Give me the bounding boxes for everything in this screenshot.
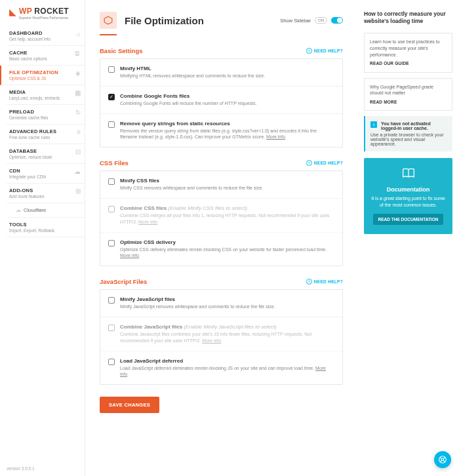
read-more-link: READ MORE: [370, 99, 447, 105]
need-help-link[interactable]: ?NEED HELP?: [306, 279, 343, 285]
sidebar-item-cdn[interactable]: CDNIntegrate your CDN☁: [7, 164, 85, 184]
save-button[interactable]: SAVE CHANGES: [100, 397, 159, 413]
documentation-card: Documentation It is a great starting poi…: [364, 158, 452, 234]
sidebar-item-database[interactable]: DATABASEOptimize, reduce bloat⊟: [7, 144, 85, 164]
toggle-switch: [331, 17, 343, 24]
nav-icon: ⊟: [75, 148, 81, 155]
sidebar-item-tools[interactable]: TOOLSImport, Export, Rollback: [7, 218, 85, 237]
more-info-link[interactable]: More info: [120, 253, 139, 258]
svg-point-2: [441, 458, 444, 461]
opt-combine-css: Combine CSS files (Enable Minify CSS fil…: [100, 199, 342, 233]
nav-icon: ☁: [74, 168, 81, 175]
help-icon: ?: [306, 48, 312, 54]
opt-combine-fonts[interactable]: ✓Combine Google Fonts filesCombining Goo…: [100, 87, 342, 114]
sidebar-item-dashboard[interactable]: DASHBOARDGet help, account info⌂: [7, 26, 85, 46]
read-guide-link: READ OUR GUIDE: [370, 60, 447, 66]
help-icon: ?: [306, 279, 312, 285]
section-css-title: CSS Files: [100, 159, 129, 167]
info-icon: i: [370, 121, 377, 128]
rocket-icon: ◣: [9, 7, 16, 17]
more-info-link[interactable]: More info: [266, 134, 285, 139]
sidebar-item-media[interactable]: MEDIALazyLoad, emojis, embeds▦: [7, 85, 85, 105]
opt-combine-js: Combine JavaScript files (Enable Minify …: [100, 317, 342, 351]
need-help-link[interactable]: ?NEED HELP?: [306, 48, 343, 54]
pagespeed-card[interactable]: Why Google PageSpeed grade should not ma…: [364, 78, 452, 111]
opt-minify-html[interactable]: Minify HTMLMinifying HTML removes whites…: [100, 59, 342, 87]
nav-icon: ◈: [75, 69, 81, 77]
nav-icon: 🗎: [74, 50, 81, 57]
opt-minify-css[interactable]: Minify CSS filesMinify CSS removes white…: [100, 171, 342, 199]
show-sidebar-toggle[interactable]: Show Sidebar ON: [280, 17, 343, 24]
help-fab[interactable]: [434, 451, 451, 468]
opt-optimize-css[interactable]: Optimize CSS deliveryOptimize CSS delive…: [100, 233, 342, 266]
guide-card[interactable]: Learn how to use best practices to corre…: [364, 33, 452, 72]
sidebar-item-cache[interactable]: CACHEBasic cache options🗎: [7, 46, 85, 66]
svg-marker-0: [104, 16, 112, 24]
sidebar-item-add-ons[interactable]: ADD-ONSAdd more features⊞: [7, 184, 85, 203]
checkbox-checked-icon: ✓: [108, 94, 115, 100]
cloud-icon: ☁: [16, 207, 21, 213]
help-icon: ?: [306, 160, 312, 166]
page-title: File Optimization: [125, 15, 204, 26]
section-basic-title: Basic Settings: [100, 47, 142, 54]
book-icon: [370, 167, 446, 182]
opt-minify-js[interactable]: Minify JavaScript filesMinify JavaScript…: [100, 290, 342, 317]
sidebar-item-preload[interactable]: PRELOADGenerate cache files↻: [7, 105, 85, 125]
nav-icon: ≡: [77, 129, 81, 136]
section-js-title: JavaScript Files: [100, 278, 147, 285]
sidebar-item-advanced-rules[interactable]: ADVANCED RULESFine-tune cache rules≡: [7, 125, 85, 144]
nav-icon: ↻: [75, 109, 81, 116]
file-opt-icon: [100, 12, 117, 29]
sidebar-item-file-optimization[interactable]: FILE OPTIMIZATIONOptimize CSS & JS◈: [0, 66, 85, 85]
opt-defer-js[interactable]: Load JavaScript deferredLoad JavaScript …: [100, 351, 342, 385]
version-label: version 3.0.5.1: [7, 466, 35, 471]
sidebar-item-cloudflare[interactable]: ☁Cloudflare: [7, 203, 85, 218]
nav-icon: ⊞: [75, 188, 81, 195]
nav-icon: ⌂: [77, 30, 81, 37]
cache-alert: iYou have not activated logged-in user c…: [364, 116, 452, 151]
need-help-link[interactable]: ?NEED HELP?: [306, 160, 343, 166]
nav-icon: ▦: [75, 89, 81, 96]
logo: ◣ WP ROCKET Superior WordPress Performan…: [7, 7, 85, 20]
right-title: How to correctly measure your website's …: [364, 10, 452, 25]
opt-query-strings[interactable]: Remove query strings from static resourc…: [100, 114, 342, 148]
read-documentation-button[interactable]: READ THE DOCUMENTATION: [373, 214, 444, 225]
